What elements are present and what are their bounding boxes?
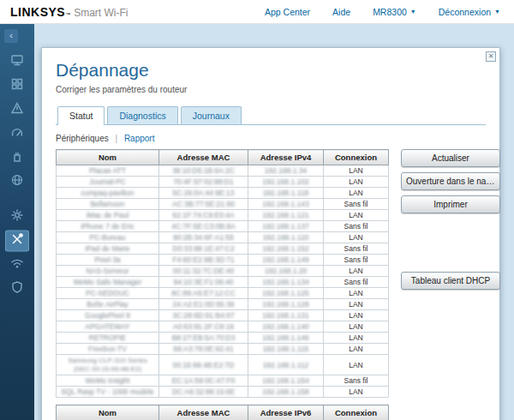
tab-statut[interactable]: Statut <box>57 106 105 125</box>
table-row: GooglePixel 83C:28:6D:91:B4:07192.168.1.… <box>57 310 389 321</box>
cell-ip: 192.168.1.140 <box>248 321 324 333</box>
table-row: Freebox-TV68:A3:78:0E:92:41192.168.1.115… <box>57 344 389 355</box>
cell-conn: LAN <box>324 165 389 177</box>
open-in-browser-button[interactable]: Ouverture dans le nav... <box>401 172 500 190</box>
sidebar-item-troubleshooting[interactable] <box>0 229 34 253</box>
apps-grid-icon <box>10 77 24 94</box>
cell-mac: 4C:7F:5E:C3:0B:8A <box>159 221 248 232</box>
print-button[interactable]: Imprimer <box>401 195 500 213</box>
sidebar-item-network-map[interactable] <box>0 50 34 74</box>
device-table: Nom Adresse MAC Adresse IPv4 Connexion P… <box>56 149 389 398</box>
table-row: SQL Rasp TV - 1000 modèleDC:A6:32:88:15:… <box>57 387 389 398</box>
cell-name: Pixel-3a <box>57 255 159 266</box>
network-map-icon <box>10 53 24 70</box>
cell-ip: 192.168.1.20 <box>248 266 324 277</box>
cell-mac: 5C:26:0A:44:9E:13 <box>159 188 248 199</box>
cell-mac: 62:1F:74:C9:E0:4A <box>159 210 248 221</box>
cell-conn: LAN <box>324 387 389 398</box>
sidebar-item-parental-controls[interactable] <box>0 98 34 122</box>
cell-conn: LAN <box>324 266 389 277</box>
table-row: Placas ATT38:10:D5:1B:6A:2C192.168.1.34L… <box>57 165 389 177</box>
header-nav: App Center Aide MR8300▼ Déconnexion▼ <box>265 7 500 17</box>
table-row: WeMo InsightEC:1A:59:0C:47:F0192.168.1.1… <box>57 375 389 387</box>
sidebar-item-media-prioritization[interactable] <box>0 122 34 146</box>
cell-conn: LAN <box>324 333 389 344</box>
report-view-link[interactable]: Rapport <box>124 134 155 143</box>
sidebar-item-security[interactable] <box>0 277 34 301</box>
cell-mac: 94:10:3E:F1:06:40 <box>159 277 248 288</box>
troubleshooting-panel: ✕ Dépannage Corriger les paramètres du r… <box>41 47 500 420</box>
devices-view-link[interactable]: Périphériques <box>56 134 109 143</box>
sidebar-item-wireless[interactable] <box>0 253 34 277</box>
cell-name: GooglePixel 8 <box>57 310 159 321</box>
cell-mac: AC:3B:77:5E:21:90 <box>159 199 248 210</box>
cell-mac: 00:11:32:7C:DE:40 <box>159 266 248 277</box>
cell-ip: 192.168.1.154 <box>248 375 324 387</box>
cell-ip: 192.168.1.125 <box>248 288 324 299</box>
cell-conn: Sans fil <box>324 221 389 232</box>
cell-mac: 3C:28:6D:91:B4:07 <box>159 310 248 321</box>
cell-name: WeMo Safe Manager <box>57 277 159 288</box>
cell-name: SQL Rasp TV - 1000 modèle <box>57 387 159 398</box>
cell-mac: 8C:89:A5:E7:12:CC <box>159 288 248 299</box>
dhcp-client-table-button[interactable]: Tableau client DHCP <box>401 272 500 290</box>
cell-conn: LAN <box>324 310 389 321</box>
trademark-symbol: ™ <box>65 12 70 17</box>
close-icon[interactable]: ✕ <box>486 51 496 62</box>
cell-conn: LAN <box>324 321 389 333</box>
sidebar-item-external-storage[interactable] <box>0 146 34 170</box>
app-center-link[interactable]: App Center <box>265 7 310 17</box>
cell-conn: LAN <box>324 188 389 199</box>
table-row: Journal-PC70:4F:57:02:88:D1192.168.1.102… <box>57 177 389 188</box>
usb-icon <box>10 149 24 166</box>
sidebar-item-settings[interactable] <box>0 205 34 229</box>
cell-mac: D0:33:88:1E:47:C2 <box>159 243 248 255</box>
cell-ip: 192.168.1.134 <box>248 277 324 288</box>
tab-journaux[interactable]: Journaux <box>181 106 242 124</box>
cell-mac: A0:63:91:2F:C8:16 <box>159 321 248 333</box>
gear-icon <box>10 208 24 225</box>
screen: LINKSYS™ Smart Wi-Fi App Center Aide MR8… <box>0 0 514 420</box>
table-row: NAS-Serveur00:11:32:7C:DE:40192.168.1.20… <box>57 266 389 277</box>
gauge-icon <box>10 125 24 142</box>
column-header-mac: Adresse MAC <box>159 405 248 420</box>
table-row: iPhone 7 de Eric4C:7F:5E:C3:0B:8A192.168… <box>57 221 389 232</box>
column-header-name: Nom <box>57 150 159 165</box>
table-row: WeMo Safe Manager94:10:3E:F1:06:40192.16… <box>57 277 389 288</box>
cell-conn: LAN <box>324 299 389 310</box>
cell-ip: 192.168.1.146 <box>248 333 324 344</box>
logout-menu[interactable]: Déconnexion▼ <box>439 7 500 17</box>
router-menu[interactable]: MR8300▼ <box>373 7 416 17</box>
cell-name: Freebox-TV <box>57 344 159 355</box>
refresh-button[interactable]: Actualiser <box>401 149 500 167</box>
cell-name: Samsung CLP-310 Series (SEC 00:15:99:4B:… <box>57 355 159 375</box>
sidebar-item-connectivity[interactable] <box>0 170 34 194</box>
cell-mac: 24:A2:E1:0D:55:38 <box>159 299 248 310</box>
tab-diagnostics[interactable]: Diagnostics <box>107 106 177 124</box>
separator: | <box>116 134 118 143</box>
help-link[interactable]: Aide <box>332 7 350 17</box>
collapse-sidebar-button[interactable]: ‹ <box>4 29 18 43</box>
cell-name: PC-Bureau <box>57 232 159 243</box>
cell-mac: 90:2B:34:6F:A1:55 <box>159 232 248 243</box>
page-title: Dépannage <box>56 60 486 81</box>
cell-name: iPad de Marie <box>57 243 159 255</box>
sidebar-item-apps[interactable] <box>0 74 34 98</box>
view-switcher: Périphériques | Rapport <box>56 134 486 143</box>
cell-ip: 192.168.1.112 <box>248 355 324 375</box>
cell-ip: 192.168.1.137 <box>248 221 324 232</box>
cell-name: iMac de Paul <box>57 210 159 221</box>
cell-name: PC-SEDOUC <box>57 288 159 299</box>
table-row: iPad de MarieD0:33:88:1E:47:C2192.168.1.… <box>57 243 389 255</box>
column-header-ipv4: Adresse IPv4 <box>248 150 324 165</box>
cell-ip: 192.168.1.152 <box>248 243 324 255</box>
warning-triangle-icon <box>10 101 24 118</box>
device-table-header-row: Nom Adresse MAC Adresse IPv4 Connexion <box>57 150 389 165</box>
shield-icon <box>10 280 24 297</box>
cell-name: compaq-pavilion <box>57 188 159 199</box>
cell-mac: DC:A6:32:88:15:6E <box>159 387 248 398</box>
table-row: APGATEWAYA0:63:91:2F:C8:16192.168.1.140L… <box>57 321 389 333</box>
wifi-icon <box>10 256 24 273</box>
cell-name: Boîte AirPlay <box>57 299 159 310</box>
cell-ip: 192.168.1.102 <box>248 177 324 188</box>
